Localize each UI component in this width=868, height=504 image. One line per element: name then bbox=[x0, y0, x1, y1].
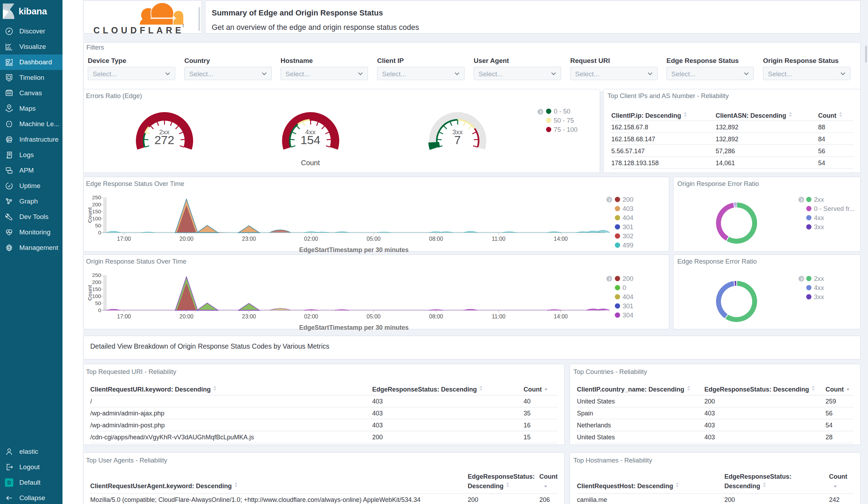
svg-text:D: D bbox=[7, 480, 11, 485]
svg-text:®: ® bbox=[183, 24, 184, 28]
svg-text:CLOUDFLARE: CLOUDFLARE bbox=[93, 25, 184, 34]
